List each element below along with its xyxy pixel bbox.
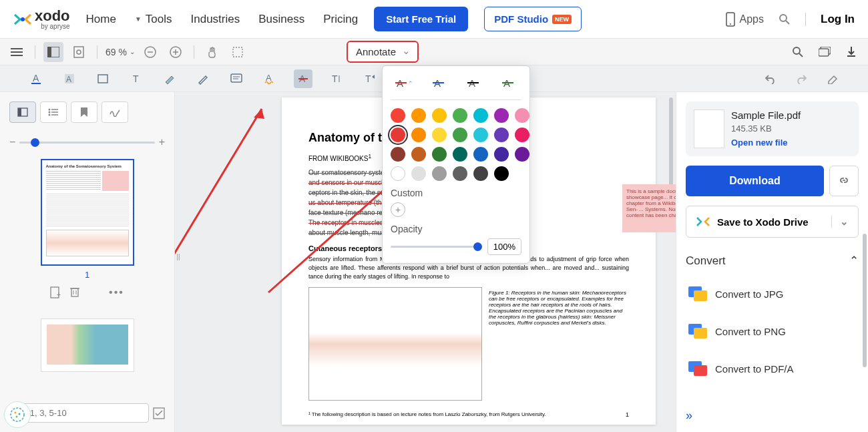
color-swatch[interactable]	[494, 166, 509, 181]
color-swatch[interactable]	[411, 147, 426, 162]
svg-point-68	[19, 413, 21, 415]
color-swatch[interactable]	[453, 108, 467, 123]
chevron-down-icon[interactable]: ⌄	[831, 216, 849, 228]
color-swatch[interactable]	[473, 108, 488, 123]
note-tool-icon[interactable]	[227, 69, 246, 88]
convert-to-pdfa[interactable]: Convert to PDF/A	[686, 355, 859, 383]
resize-handle[interactable]: ||	[175, 248, 182, 264]
select-icon[interactable]	[228, 42, 248, 62]
opacity-value[interactable]: 100%	[487, 238, 521, 255]
opacity-slider[interactable]	[391, 246, 482, 248]
search-icon[interactable]	[779, 13, 791, 25]
nav-business[interactable]: Business	[258, 13, 304, 26]
zoom-out-icon[interactable]	[140, 42, 160, 62]
pdf-studio-button[interactable]: PDF Studio NEW	[484, 7, 582, 31]
signatures-tab[interactable]	[101, 101, 128, 123]
convert-section-header[interactable]: Convert ⌃	[686, 251, 859, 270]
color-swatch[interactable]	[411, 128, 426, 142]
underline-tool-icon[interactable]: A	[27, 69, 45, 88]
save-to-drive-button[interactable]: Save to Xodo Drive ⌄	[686, 206, 859, 238]
mode-dropdown[interactable]: Annotate	[347, 41, 419, 63]
color-swatch[interactable]	[494, 147, 509, 162]
panel-scrollbar[interactable]	[863, 234, 867, 367]
thumbnails-tab[interactable]	[9, 101, 36, 123]
logo-text: xodo	[35, 9, 70, 23]
page-view-icon[interactable]	[69, 42, 89, 62]
text-tool-icon[interactable]: T	[127, 69, 146, 88]
download-button[interactable]: Download	[686, 166, 824, 196]
strikeout-black-style[interactable]: A	[464, 74, 483, 93]
page-thumbnail-1[interactable]: Anatomy of the Somatosensory System	[41, 159, 134, 266]
nav-industries[interactable]: Industries	[191, 13, 240, 26]
color-swatch[interactable]	[432, 128, 447, 142]
squiggly-tool-icon[interactable]: A	[260, 69, 279, 88]
color-swatch[interactable]	[473, 128, 488, 142]
svg-marker-55	[254, 109, 264, 119]
select-all-icon[interactable]	[153, 407, 165, 419]
color-swatch[interactable]	[432, 108, 447, 123]
color-swatch[interactable]	[432, 166, 447, 181]
undo-icon[interactable]	[761, 69, 780, 88]
color-swatch[interactable]	[515, 128, 529, 142]
strikeout-green-style[interactable]: A	[499, 74, 517, 93]
convert-to-png[interactable]: Convert to PNG	[686, 317, 859, 345]
convert-to-jpg[interactable]: Convert to JPG	[686, 280, 859, 308]
color-swatch[interactable]	[473, 147, 488, 162]
delete-page-icon[interactable]	[70, 286, 79, 298]
plus-icon: +	[159, 136, 165, 148]
outline-tab[interactable]	[40, 101, 67, 123]
thumbnail-zoom-slider[interactable]: − +	[9, 136, 165, 148]
page-thumbnail-2[interactable]	[41, 318, 134, 372]
color-swatch[interactable]	[411, 108, 426, 123]
strikeout-red-style[interactable]: A⌃	[395, 74, 413, 93]
color-swatch[interactable]	[432, 147, 447, 162]
search-doc-icon[interactable]	[788, 42, 808, 62]
color-swatch[interactable]	[391, 128, 405, 142]
color-swatch[interactable]	[453, 128, 467, 142]
nav-pricing[interactable]: Pricing	[323, 13, 358, 26]
freehighlight-tool-icon[interactable]	[160, 69, 179, 88]
start-trial-button[interactable]: Start Free Trial	[374, 7, 468, 31]
login-link[interactable]: Log In	[821, 13, 855, 26]
logo[interactable]: xodo by apryse	[13, 9, 70, 30]
share-link-button[interactable]	[829, 166, 859, 196]
color-swatch[interactable]	[494, 128, 509, 142]
eraser-icon[interactable]	[823, 69, 841, 88]
cookie-settings-button[interactable]	[4, 401, 31, 428]
insert-page-icon[interactable]: +	[50, 286, 61, 298]
apps-link[interactable]: Apps	[725, 12, 764, 27]
rectangle-tool-icon[interactable]	[93, 69, 112, 88]
color-swatch[interactable]	[391, 108, 405, 123]
xodo-drive-icon	[696, 216, 710, 228]
strikeout-tool-icon[interactable]: A	[294, 69, 312, 88]
bookmarks-tab[interactable]	[71, 101, 97, 123]
color-swatch[interactable]	[391, 166, 405, 181]
nav-home[interactable]: Home	[86, 13, 116, 26]
add-custom-color-button[interactable]: +	[391, 202, 405, 217]
comments-icon[interactable]	[815, 42, 835, 62]
color-swatch[interactable]	[453, 147, 467, 162]
zoom-dropdown[interactable]: 69 %⌄	[105, 47, 135, 57]
panel-toggle-icon[interactable]	[43, 42, 63, 62]
menu-icon[interactable]	[7, 42, 27, 62]
color-swatch[interactable]	[494, 108, 509, 123]
color-swatch[interactable]	[411, 166, 426, 181]
freetext-tool-icon[interactable]: T	[327, 69, 346, 88]
zoom-in-icon[interactable]	[166, 42, 186, 62]
callout-tool-icon[interactable]: T	[361, 69, 379, 88]
pan-icon[interactable]	[202, 42, 222, 62]
color-swatch[interactable]	[391, 147, 405, 162]
pen-tool-icon[interactable]	[194, 69, 212, 88]
download-icon[interactable]	[841, 42, 861, 62]
highlight-tool-icon[interactable]: A	[60, 69, 79, 88]
strikeout-blue-style[interactable]: A	[429, 74, 448, 93]
nav-tools[interactable]: ▼Tools	[135, 13, 172, 26]
color-swatch[interactable]	[453, 166, 467, 181]
redo-icon[interactable]	[792, 69, 811, 88]
open-new-file-link[interactable]: Open new file	[731, 138, 801, 148]
color-swatch[interactable]	[515, 108, 529, 123]
expand-icon[interactable]: »	[686, 409, 859, 423]
color-swatch[interactable]	[515, 147, 529, 162]
color-swatch[interactable]	[473, 166, 488, 181]
more-icon[interactable]: •••	[109, 286, 124, 298]
